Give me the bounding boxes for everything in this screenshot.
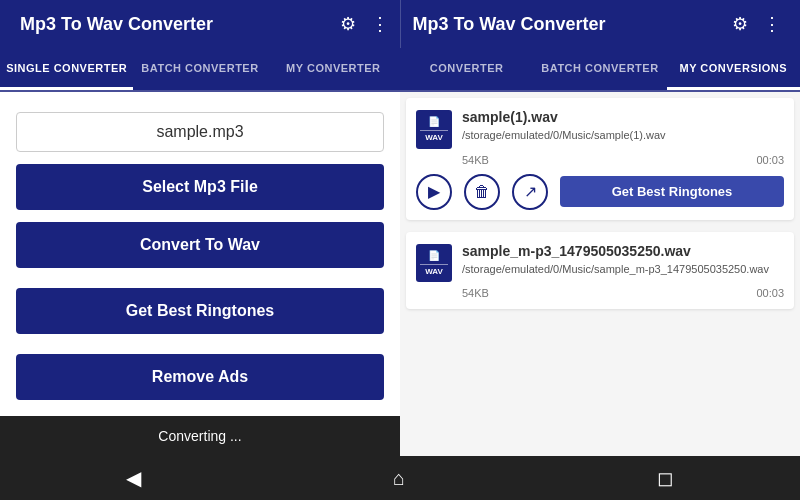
wav-icon-2: 📄 (428, 250, 440, 261)
tab-my-conversions[interactable]: MY CONVERSIONS (667, 48, 800, 90)
wav-badge-1: 📄 WAV (416, 110, 452, 149)
conversion-path-1: /storage/emulated/0/Music/sample(1).wav (462, 128, 784, 143)
conversion-item-2: 📄 WAV sample_m-p3_1479505035250.wav /sto… (406, 232, 794, 310)
conversion-filename-1: sample(1).wav (462, 108, 784, 126)
converting-text: Converting ... (158, 428, 241, 444)
conversion-filename-2: sample_m-p3_1479505035250.wav (462, 242, 784, 260)
back-nav-icon[interactable]: ◀ (126, 466, 141, 490)
conversion-header-1: 📄 WAV sample(1).wav /storage/emulated/0/… (416, 108, 784, 166)
conversion-path-2: /storage/emulated/0/Music/sample_m-p3_14… (462, 262, 784, 277)
select-mp3-button[interactable]: Select Mp3 File (16, 164, 384, 210)
left-panel: sample.mp3 Select Mp3 File Convert To Wa… (0, 92, 400, 456)
conversion-meta-2: 54KB 00:03 (462, 283, 784, 299)
app-title-right: Mp3 To Wav Converter (405, 14, 725, 35)
tab-batch-converter-right[interactable]: BATCH CONVERTER (533, 48, 666, 90)
conversion-header-2: 📄 WAV sample_m-p3_1479505035250.wav /sto… (416, 242, 784, 300)
main-content: sample.mp3 Select Mp3 File Convert To Wa… (0, 92, 800, 456)
more-vert-icon-right[interactable]: ⋮ (756, 8, 788, 40)
filter-icon-left[interactable]: ⚙ (332, 8, 364, 40)
get-ringtones-button-1[interactable]: Get Best Ringtones (560, 176, 784, 207)
tab-my-converter[interactable]: MY CONVERTER (267, 48, 400, 90)
more-vert-icon-left[interactable]: ⋮ (364, 8, 396, 40)
get-ringtones-button-left[interactable]: Get Best Ringtones (16, 288, 384, 334)
play-button-1[interactable]: ▶ (416, 174, 452, 210)
conversion-size-2: 54KB (462, 287, 489, 299)
top-bar-right: Mp3 To Wav Converter ⚙ ⋮ (405, 8, 789, 40)
right-panel: 📄 WAV sample(1).wav /storage/emulated/0/… (400, 92, 800, 456)
filter-icon-right[interactable]: ⚙ (724, 8, 756, 40)
conversion-info-2: sample_m-p3_1479505035250.wav /storage/e… (462, 242, 784, 300)
remove-ads-button[interactable]: Remove Ads (16, 354, 384, 400)
conversion-actions-1: ▶ 🗑 ↗ Get Best Ringtones (416, 174, 784, 210)
wav-icon-1: 📄 (428, 116, 440, 127)
conversion-size-1: 54KB (462, 154, 489, 166)
delete-button-1[interactable]: 🗑 (464, 174, 500, 210)
divider (400, 0, 401, 48)
wav-badge-2: 📄 WAV (416, 244, 452, 283)
share-button-1[interactable]: ↗ (512, 174, 548, 210)
conversion-item-1: 📄 WAV sample(1).wav /storage/emulated/0/… (406, 98, 794, 220)
tab-converter-right[interactable]: CONVERTER (400, 48, 533, 90)
top-bar: Mp3 To Wav Converter ⚙ ⋮ Mp3 To Wav Conv… (0, 0, 800, 48)
convert-to-wav-button[interactable]: Convert To Wav (16, 222, 384, 268)
recent-nav-icon[interactable]: ◻ (657, 466, 674, 490)
home-nav-icon[interactable]: ⌂ (393, 467, 405, 490)
conversion-duration-2: 00:03 (756, 287, 784, 299)
conversion-info-1: sample(1).wav /storage/emulated/0/Music/… (462, 108, 784, 166)
conversion-meta-1: 54KB 00:03 (462, 150, 784, 166)
top-bar-left: Mp3 To Wav Converter ⚙ ⋮ (12, 8, 396, 40)
tab-single-converter[interactable]: SINGLE CONVERTER (0, 48, 133, 90)
conversion-duration-1: 00:03 (756, 154, 784, 166)
file-name-display: sample.mp3 (16, 112, 384, 152)
app-title-left: Mp3 To Wav Converter (12, 14, 332, 35)
tabs-row: SINGLE CONVERTER BATCH CONVERTER MY CONV… (0, 48, 800, 92)
converting-bar: Converting ... (0, 416, 400, 456)
tab-batch-converter-left[interactable]: BATCH CONVERTER (133, 48, 266, 90)
bottom-nav: ◀ ⌂ ◻ (0, 456, 800, 500)
